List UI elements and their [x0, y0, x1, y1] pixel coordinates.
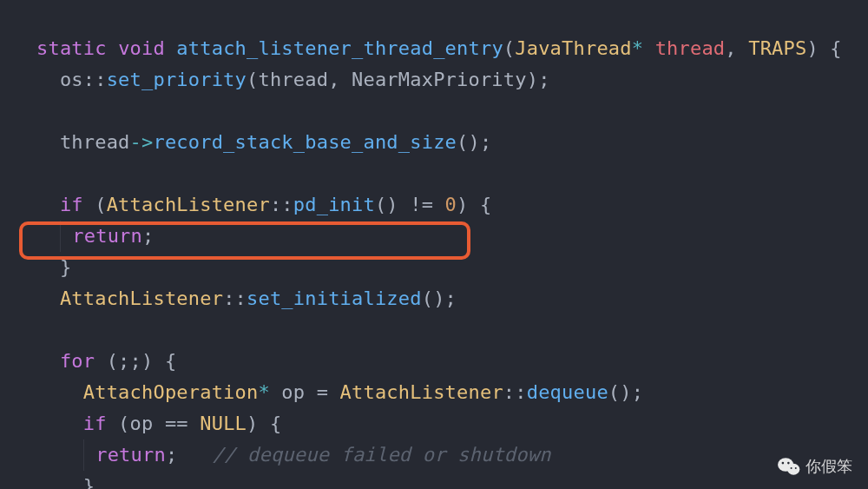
- macro-traps: TRAPS: [748, 37, 806, 59]
- keyword-if: if: [60, 194, 83, 215]
- code-block: static void attach_listener_thread_entry…: [0, 2, 868, 489]
- watermark-text: 你假笨: [806, 456, 852, 477]
- type-javathread: JavaThread: [515, 37, 631, 59]
- code-line-highlighted: AttachListener::set_initialized();: [36, 287, 457, 309]
- code-line: thread->record_stack_base_and_size();: [36, 131, 491, 153]
- fn-pd-init: pd_init: [293, 194, 375, 215]
- code-line: if (op == NULL) {: [36, 413, 281, 434]
- code-line: }: [36, 475, 95, 489]
- const-null: NULL: [200, 413, 247, 434]
- keyword-return: return: [72, 225, 142, 247]
- wechat-icon: [778, 457, 800, 476]
- keyword-void: void: [118, 37, 165, 59]
- code-line: return; // dequeue failed or shutdown: [36, 444, 551, 466]
- code-line: static void attach_listener_thread_entry…: [36, 37, 842, 59]
- type-attachlistener: AttachListener: [107, 194, 270, 215]
- param-thread: thread: [655, 37, 726, 59]
- code-line: return;: [36, 225, 154, 247]
- fn-record-stack: record_stack_base_and_size: [153, 131, 457, 153]
- svg-point-2: [782, 462, 785, 465]
- type-attachoperation: AttachOperation: [83, 381, 259, 403]
- type-attachlistener: AttachListener: [60, 287, 223, 309]
- function-name: attach_listener_thread_entry: [176, 37, 503, 59]
- svg-point-1: [787, 464, 799, 475]
- fn-dequeue: dequeue: [527, 381, 608, 403]
- code-line: for (;;) {: [36, 350, 176, 372]
- code-line: os::set_priority(thread, NearMaxPriority…: [36, 69, 550, 90]
- fn-set-initialized: set_initialized: [247, 287, 422, 309]
- fn-set-priority: set_priority: [107, 69, 247, 90]
- svg-point-3: [787, 462, 790, 465]
- keyword-if: if: [83, 413, 107, 434]
- comment: // dequeue failed or shutdown: [213, 444, 551, 466]
- watermark: 你假笨: [778, 456, 852, 477]
- code-line: if (AttachListener::pd_init() != 0) {: [36, 194, 491, 215]
- keyword-static: static: [36, 37, 107, 59]
- keyword-for: for: [60, 350, 95, 372]
- svg-point-5: [795, 467, 797, 469]
- code-line: AttachOperation* op = AttachListener::de…: [36, 381, 643, 403]
- svg-point-4: [791, 467, 792, 469]
- code-line: }: [36, 256, 71, 278]
- keyword-return: return: [95, 444, 166, 466]
- code-editor: static void attach_listener_thread_entry…: [0, 0, 868, 489]
